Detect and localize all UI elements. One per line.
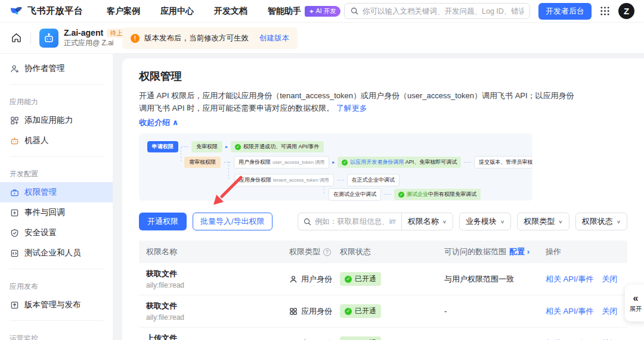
tenant-token-box: 应用身份权限tenant_access_token 调用 bbox=[234, 174, 334, 186]
flow-test-free-box: ✓ 测试企业中所有权限免审调试 bbox=[394, 189, 481, 200]
app-info[interactable]: Z.ai-agent 待上线 正式应用@ Z.ai bbox=[64, 28, 132, 48]
upload-box-icon bbox=[10, 300, 19, 310]
connector-line bbox=[224, 162, 231, 163]
search-field-select[interactable]: 权限名称 ∨ bbox=[402, 216, 453, 227]
sparkle-icon: ✦ bbox=[309, 8, 314, 15]
app-icon[interactable] bbox=[39, 29, 58, 48]
app-header-bar: Z.ai-agent 待上线 正式应用@ Z.ai ! 版本发布后，当前修改方可… bbox=[0, 23, 644, 54]
connector-line bbox=[384, 194, 391, 195]
top-navbar: 飞书开放平台 客户案例 应用中心 开发文档 智能助手 ✦ AI 开发 bbox=[0, 0, 644, 23]
sidebar-item-events[interactable]: 事件与回调 bbox=[0, 202, 113, 223]
nav-assistant[interactable]: 智能助手 ✦ AI 开发 bbox=[268, 6, 340, 17]
header-data-scope: 可访问的数据范围 配置 › bbox=[437, 247, 538, 257]
learn-more-link[interactable]: 了解更多 bbox=[336, 104, 367, 113]
batch-import-export-button[interactable]: 批量导入/导出权限 bbox=[193, 213, 273, 230]
related-api-link[interactable]: 相关 API/事件 bbox=[546, 274, 593, 285]
divider bbox=[30, 32, 31, 44]
shield-check-icon bbox=[10, 228, 19, 238]
nav-app-center[interactable]: 应用中心 bbox=[160, 6, 194, 17]
close-permission-link[interactable]: 关闭 bbox=[602, 338, 617, 340]
global-search[interactable] bbox=[344, 3, 530, 19]
app-name: Z.ai-agent bbox=[64, 28, 103, 39]
sidebar-item-collaborators[interactable]: 协作者管理 bbox=[0, 58, 113, 79]
code-box-icon bbox=[10, 248, 19, 258]
table-row: 获取文件 aily:file:read 应用身份 bbox=[139, 295, 627, 327]
sidebar-item-version-release[interactable]: 版本管理与发布 bbox=[0, 295, 113, 315]
divider bbox=[10, 269, 103, 269]
sidebar-group-label: 应用发布 bbox=[0, 275, 113, 295]
sidebar-item-label: 事件与回调 bbox=[24, 207, 65, 218]
sidebar-item-bot[interactable]: 机器人 bbox=[0, 130, 113, 151]
table-header: 权限名称 权限类型 ? 权限状态 可访问的数据范围 配置 › bbox=[139, 241, 627, 263]
avatar[interactable]: Z bbox=[618, 3, 634, 19]
header-permission-status: 权限状态 bbox=[333, 247, 437, 257]
module-filter-dropdown[interactable]: 业务模块 ∨ bbox=[459, 213, 511, 230]
permission-search-input[interactable] bbox=[315, 217, 396, 226]
sidebar-item-label: 版本管理与发布 bbox=[24, 300, 81, 310]
data-scope: 与用户权限范围一致 bbox=[437, 274, 538, 285]
chevron-down-icon: ∨ bbox=[558, 219, 562, 224]
create-version-link[interactable]: 创建版本 bbox=[259, 33, 289, 43]
table-row: 上传文件 aily:file:write 应用身份 bbox=[139, 327, 627, 340]
home-icon[interactable] bbox=[11, 32, 22, 43]
related-api-link[interactable]: 相关 API/事件 bbox=[546, 338, 593, 340]
question-circle-icon[interactable]: ? bbox=[323, 248, 331, 256]
nav-assistant-label: 智能助手 bbox=[268, 6, 301, 17]
arrow-icon: ▸ bbox=[225, 144, 228, 149]
flow-row-2: 需审核权限 用户身份权限user_access_token 调用 ▸ ✓ 以应用… bbox=[184, 156, 532, 169]
related-api-link[interactable]: 相关 API/事件 bbox=[546, 306, 593, 317]
no-review-tag: 免审权限 bbox=[191, 141, 222, 152]
search-icon bbox=[304, 218, 311, 226]
chevron-down-icon: ∨ bbox=[617, 219, 621, 224]
description-line-2: 调用飞书 API 时，应用可能还需要申请对应的数据权限。 了解更多 bbox=[139, 102, 627, 114]
brand[interactable]: 飞书开放平台 bbox=[10, 4, 83, 18]
nav-dev-docs[interactable]: 开发文档 bbox=[214, 6, 247, 17]
person-add-icon bbox=[10, 64, 19, 73]
permissions-table: 权限名称 权限类型 ? 权限状态 可访问的数据范围 配置 › bbox=[139, 241, 627, 340]
chevron-up-icon: ∧ bbox=[172, 118, 179, 127]
status-filter-dropdown[interactable]: 权限状态 ∨ bbox=[575, 213, 627, 230]
sidebar-item-permissions[interactable]: 权限管理 bbox=[0, 182, 113, 202]
flow-dev-debug-box: ✓ 以应用开发者身份调用 API、免审核即可调试 bbox=[338, 157, 461, 168]
description-line-1: 开通 API 权限后，应用才能以应用身份（tenant_access_token… bbox=[139, 89, 627, 102]
chevron-right-icon: › bbox=[527, 247, 530, 256]
apps-grid-icon[interactable] bbox=[600, 6, 610, 16]
collapse-intro-link[interactable]: 收起介绍 ∧ bbox=[139, 117, 178, 128]
apply-permission-chip: 申请权限 bbox=[147, 141, 178, 152]
type-filter-dropdown[interactable]: 权限类型 ∨ bbox=[517, 213, 569, 230]
nav-customer-cases[interactable]: 客户案例 bbox=[107, 6, 140, 17]
permission-type: 用户身份 bbox=[301, 274, 332, 285]
configure-link[interactable]: 配置 › bbox=[509, 247, 530, 257]
close-permission-link[interactable]: 关闭 bbox=[602, 274, 617, 285]
open-permission-button[interactable]: 开通权限 bbox=[139, 213, 187, 230]
header-permission-type: 权限类型 ? bbox=[282, 247, 333, 257]
sidebar-item-label: 协作者管理 bbox=[24, 63, 65, 74]
sidebar-item-security[interactable]: 安全设置 bbox=[0, 223, 113, 243]
toolbar: 开通权限 批量导入/导出权限 bbox=[139, 213, 627, 230]
event-callback-icon bbox=[10, 208, 19, 217]
brand-title: 飞书开放平台 bbox=[27, 5, 83, 17]
filters: 权限名称 ∨ 业务模块 ∨ 权限类型 ∨ bbox=[298, 213, 627, 230]
global-search-input[interactable] bbox=[363, 7, 524, 15]
status-badge: ✓ 已开通 bbox=[340, 336, 381, 340]
arrow-icon: ▸ bbox=[332, 160, 335, 165]
dev-console-button[interactable]: 开发者后台 bbox=[538, 3, 592, 20]
permission-search-group: 权限名称 ∨ bbox=[298, 213, 453, 230]
check-icon: ✓ bbox=[235, 144, 241, 150]
sidebar-item-label: 权限管理 bbox=[24, 187, 57, 198]
divider bbox=[10, 320, 103, 321]
chevron-down-icon: ∨ bbox=[442, 219, 447, 224]
sidebar-item-test-company[interactable]: 测试企业和人员 bbox=[0, 243, 113, 263]
sidebar-item-add-capability[interactable]: 添加应用能力 bbox=[0, 110, 113, 130]
sidebar-item-label: 机器人 bbox=[24, 135, 49, 146]
table-row: 获取文件 aily:file:read 用户身份 bbox=[139, 263, 627, 295]
feishu-open-platform-screen: 飞书开放平台 客户案例 应用中心 开发文档 智能助手 ✦ AI 开发 bbox=[0, 0, 644, 340]
permission-name: 获取文件 bbox=[146, 269, 282, 279]
permission-name: 获取文件 bbox=[146, 301, 282, 311]
divider bbox=[10, 156, 103, 157]
expand-panel-tab[interactable]: « 展开 bbox=[625, 285, 644, 322]
header-operations: 操作 bbox=[538, 247, 627, 257]
sidebar-group-label: 运营监控 bbox=[0, 326, 113, 340]
expand-label: 展开 bbox=[630, 305, 642, 313]
close-permission-link[interactable]: 关闭 bbox=[602, 306, 617, 317]
